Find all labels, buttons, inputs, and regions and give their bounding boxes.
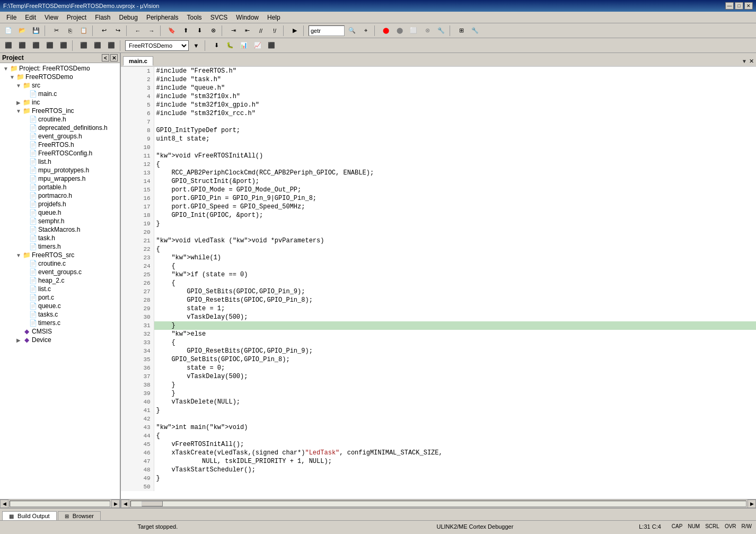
line-content[interactable] [154,415,756,423]
code-line-8[interactable]: 8GPIO_InitTypeDef port; [121,126,756,135]
tb2-rebuild-btn[interactable]: ⬛ [91,40,104,51]
code-line-18[interactable]: 18 GPIO_Init(GPIOC, &port); [121,211,756,220]
tab-main-c[interactable]: main.c [123,56,153,66]
indent-button[interactable]: ⇥ [227,25,240,37]
tree-item-cmsis[interactable]: ◆ CMSIS [0,327,120,336]
maximize-button[interactable]: □ [735,2,743,10]
code-line-11[interactable]: 11"kw">void vFreeRTOSInitAll() [121,152,756,160]
target-dropdown[interactable]: FreeRTOSDemo [125,40,189,51]
code-line-30[interactable]: 30 vTaskDelay(500); [121,313,756,321]
new-file-button[interactable]: 📄 [2,25,15,37]
code-line-5[interactable]: 5#include "stm32f10x_gpio.h" [121,101,756,109]
tree-item-inc[interactable]: ▶ 📁 inc [0,98,120,107]
tree-item-FreeRTOS-h[interactable]: 📄 FreeRTOS.h [0,141,120,149]
code-line-6[interactable]: 6#include "stm32f10x_rcc.h" [121,109,756,118]
find-refs-button[interactable]: ⌖ [359,25,372,37]
line-content[interactable]: { [154,279,756,287]
search-button[interactable]: 🔍 [346,25,358,37]
menu-peripherals[interactable]: Peripherals [142,13,183,22]
code-line-28[interactable]: 28 GPIO_ResetBits(GPIOC,GPIO_Pin_8); [121,296,756,304]
code-line-47[interactable]: 47 NULL, tskIDLE_PRIORITY + 1, NULL); [121,457,756,466]
tree-item-queue-c[interactable]: 📄 queue.c [0,302,120,310]
code-line-38[interactable]: 38 } [121,381,756,389]
code-line-22[interactable]: 22{ [121,245,756,253]
tb2-clean-btn[interactable]: ⬛ [105,40,118,51]
code-line-9[interactable]: 9uint8_t state; [121,135,756,143]
menu-tools[interactable]: Tools [183,13,206,22]
menu-file[interactable]: File [2,13,21,22]
tree-item-task-h[interactable]: 📄 task.h [0,234,120,242]
prev-bookmark-button[interactable]: ⬆ [179,25,192,37]
tree-item-croutine-c[interactable]: 📄 croutine.c [0,259,120,268]
code-line-3[interactable]: 3#include "queue.h" [121,84,756,92]
tree-item-StackMacros-h[interactable]: 📄 StackMacros.h [0,225,120,234]
tb2-btn4[interactable]: ⬛ [43,40,56,51]
code-line-45[interactable]: 45 vFreeRTOSInitAll(); [121,440,756,449]
line-content[interactable]: uint8_t state; [154,135,756,143]
tb2-build-btn[interactable]: ⬛ [77,40,90,51]
line-content[interactable]: } [154,406,756,415]
code-line-10[interactable]: 10 [121,143,756,152]
code-line-17[interactable]: 17 port.GPIO_Speed = GPIO_Speed_50MHz; [121,203,756,211]
line-content[interactable]: vTaskDelay(500); [154,372,756,381]
tb2-btn3[interactable]: ⬛ [30,40,42,51]
tree-item-heap2-c[interactable]: 📄 heap_2.c [0,276,120,285]
tree-item-timers-h[interactable]: 📄 timers.h [0,242,120,251]
menu-project[interactable]: Project [63,13,91,22]
line-content[interactable]: state = 0; [154,364,756,372]
code-line-14[interactable]: 14 GPIO_StructInit(&port); [121,177,756,186]
code-line-16[interactable]: 16 port.GPIO_Pin = GPIO_Pin_9|GPIO_Pin_8… [121,194,756,203]
project-pin-button[interactable]: < [102,54,109,62]
code-line-39[interactable]: 39 } [121,389,756,398]
code-line-43[interactable]: 43"kw">int main("kw">void) [121,423,756,432]
undo-button[interactable]: ↩ [98,25,110,37]
tree-item-list-h[interactable]: 📄 list.h [0,157,120,166]
tree-item-projdefs-h[interactable]: 📄 projdefs.h [0,200,120,208]
code-scroll-left[interactable]: ◀ [121,500,129,508]
line-content[interactable]: GPIO_StructInit(&port); [154,177,756,186]
code-line-24[interactable]: 24 { [121,262,756,270]
tree-item-src[interactable]: ▼ 📁 src [0,81,120,90]
code-line-31[interactable]: 31 } [121,321,756,330]
tb2-load-btn[interactable]: ⬇ [210,40,223,51]
line-content[interactable]: NULL, tskIDLE_PRIORITY + 1, NULL); [154,457,756,466]
paste-button[interactable]: 📋 [77,25,90,37]
line-content[interactable]: RCC_APB2PeriphClockCmd(RCC_APB2Periph_GP… [154,169,756,177]
code-line-4[interactable]: 4#include "stm32f10x.h" [121,92,756,101]
code-line-12[interactable]: 12{ [121,160,756,169]
line-content[interactable]: #include "stm32f10x_gpio.h" [154,101,756,109]
code-line-46[interactable]: 46 xTaskCreate(vLedTask,(signed char*)"L… [121,449,756,457]
tree-item-deprecated-h[interactable]: 📄 deprecated_definitions.h [0,124,120,132]
line-content[interactable]: "kw">void vFreeRTOSInitAll() [154,152,756,160]
tb2-dbg-btn[interactable]: 🐛 [224,40,236,51]
tb2-btn1[interactable]: ⬛ [2,40,15,51]
close-tab-button[interactable]: ✕ [749,58,754,65]
line-content[interactable] [154,143,756,152]
tb2-target-opts-btn[interactable]: ▼ [190,40,203,51]
next-bookmark-button[interactable]: ⬇ [193,25,206,37]
uncomment-button[interactable]: !/ [268,25,281,37]
code-line-42[interactable]: 42 [121,415,756,423]
copy-button[interactable]: ⎘ [64,25,76,37]
line-content[interactable]: #include "queue.h" [154,84,756,92]
cut-button[interactable]: ✂ [50,25,63,37]
line-content[interactable]: } [154,389,756,398]
code-scroll-right[interactable]: ▶ [748,500,756,508]
line-content[interactable]: { [154,160,756,169]
debug-settings-button[interactable]: 🔧 [435,25,447,37]
line-content[interactable]: port.GPIO_Speed = GPIO_Speed_50MHz; [154,203,756,211]
tree-item-FreeRTOSConfig-h[interactable]: 📄 FreeRTOSConfig.h [0,149,120,157]
code-line-40[interactable]: 40 vTaskDelete(NULL); [121,398,756,406]
run-button[interactable]: ⬤ [393,25,406,37]
line-content[interactable]: { [154,432,756,440]
tb2-scope-btn[interactable]: 📊 [238,40,250,51]
tree-item-event-groups-h[interactable]: 📄 event_groups.h [0,132,120,141]
tb2-trace-btn[interactable]: 📈 [251,40,264,51]
breakpoint-button[interactable]: ⬤ [380,25,392,37]
code-line-23[interactable]: 23 "kw">while(1) [121,253,756,262]
line-content[interactable]: GPIO_Init(GPIOC, &port); [154,211,756,220]
line-content[interactable]: port.GPIO_Pin = GPIO_Pin_9|GPIO_Pin_8; [154,194,756,203]
tree-item-project-root[interactable]: ▼ 📁 Project: FreeRTOSDemo [0,64,120,73]
code-line-36[interactable]: 36 state = 0; [121,364,756,372]
menu-help[interactable]: Help [263,13,285,22]
